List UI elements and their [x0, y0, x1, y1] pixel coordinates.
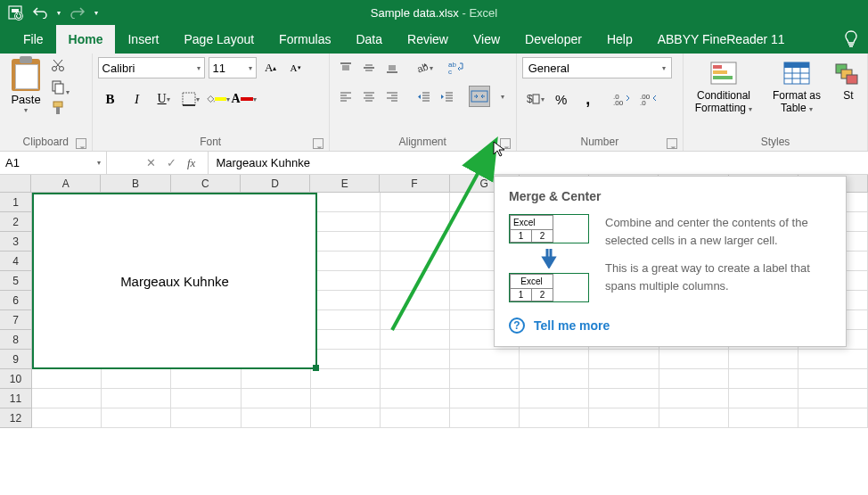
tell-me-icon[interactable] — [843, 25, 859, 54]
merge-center-button[interactable] — [469, 86, 490, 107]
row-header[interactable]: 1 — [0, 193, 32, 212]
align-center-icon[interactable] — [358, 86, 380, 107]
number-label: Number — [581, 136, 619, 148]
select-all-corner[interactable] — [0, 175, 31, 193]
row-header[interactable]: 10 — [0, 369, 32, 389]
col-header[interactable]: D — [241, 175, 310, 193]
row-header[interactable]: 8 — [0, 330, 32, 350]
row-header[interactable]: 7 — [0, 310, 32, 330]
align-left-icon[interactable] — [335, 86, 356, 107]
tab-data[interactable]: Data — [343, 25, 395, 54]
fill-handle[interactable] — [313, 365, 319, 371]
ribbon-tabs: File Home Insert Page Layout Formulas Da… — [0, 25, 868, 54]
cancel-icon[interactable]: ✕ — [146, 156, 156, 169]
paste-button[interactable]: Paste ▾ — [5, 57, 46, 125]
cell-reference-input[interactable] — [5, 156, 77, 169]
align-bottom-icon[interactable] — [381, 57, 403, 78]
redo-icon[interactable] — [70, 4, 86, 21]
svg-text:ab: ab — [415, 61, 430, 74]
undo-dropdown-icon[interactable]: ▾ — [57, 9, 61, 17]
row-header[interactable]: 3 — [0, 232, 32, 252]
undo-icon[interactable] — [32, 4, 48, 21]
format-painter-icon[interactable] — [50, 100, 70, 120]
tab-help[interactable]: Help — [594, 25, 645, 54]
formula-input[interactable]: Margeaux Kuhnke — [209, 152, 868, 174]
row-header[interactable]: 6 — [0, 291, 32, 310]
increase-decimal-icon[interactable]: .0.00 — [610, 87, 635, 111]
tab-view[interactable]: View — [461, 25, 512, 54]
italic-button[interactable]: I — [125, 87, 150, 111]
copy-icon[interactable]: ▾ — [50, 78, 70, 98]
tab-review[interactable]: Review — [395, 25, 461, 54]
name-box[interactable]: ▾ — [0, 152, 107, 174]
number-format-select[interactable]: General▾ — [522, 57, 672, 78]
quick-access-toolbar: ▾ ▾ — [0, 4, 98, 21]
align-right-icon[interactable] — [381, 86, 403, 107]
merge-dropdown-icon[interactable]: ▾ — [492, 86, 513, 107]
tab-home[interactable]: Home — [56, 25, 116, 54]
align-top-icon[interactable] — [335, 57, 356, 78]
wrap-text-button[interactable]: abc — [446, 57, 467, 78]
fill-color-button[interactable]: ▾ — [205, 87, 230, 111]
borders-button[interactable]: ▾ — [178, 87, 203, 111]
clipboard-dialog-launcher[interactable] — [76, 138, 86, 149]
tab-abbyy[interactable]: ABBYY FineReader 11 — [645, 25, 798, 54]
svg-rect-8 — [183, 93, 195, 105]
alignment-dialog-launcher[interactable] — [500, 138, 511, 149]
font-color-button[interactable]: A▾ — [232, 87, 257, 111]
tell-me-more-link[interactable]: ? Tell me more — [509, 318, 831, 334]
cell-styles-button[interactable]: St — [835, 57, 862, 125]
fx-icon[interactable]: fx — [187, 156, 195, 170]
svg-text:$: $ — [527, 93, 533, 105]
conditional-formatting-button[interactable]: ConditionalFormatting ▾ — [689, 57, 758, 125]
app-name: Excel — [469, 6, 497, 20]
col-header[interactable]: F — [380, 175, 449, 193]
tab-insert[interactable]: Insert — [115, 25, 171, 54]
col-header[interactable]: B — [101, 175, 170, 193]
formula-buttons: ✕ ✓ fx — [134, 152, 209, 174]
enter-icon[interactable]: ✓ — [167, 156, 176, 169]
tab-file[interactable]: File — [11, 25, 56, 54]
accounting-format-button[interactable]: $▾ — [522, 87, 547, 111]
row-header[interactable]: 5 — [0, 271, 32, 291]
comma-button[interactable]: , — [576, 87, 601, 111]
decrease-font-icon[interactable]: A▾ — [285, 57, 307, 78]
merged-cell-a1-d9[interactable]: Margeaux Kuhnke — [32, 193, 317, 369]
decrease-indent-icon[interactable] — [414, 86, 435, 107]
qat-customize-icon[interactable]: ▾ — [94, 9, 98, 17]
percent-button[interactable]: % — [549, 87, 574, 111]
increase-indent-icon[interactable] — [437, 86, 458, 107]
ribbon: Paste ▾ ▾ Clipboard Calibri▾ 11▾ A▴ A▾ B… — [0, 54, 868, 152]
svg-text:c: c — [448, 68, 452, 76]
row-header[interactable]: 12 — [0, 408, 32, 428]
tab-formulas[interactable]: Formulas — [266, 25, 343, 54]
col-header[interactable]: E — [310, 175, 380, 193]
font-dialog-launcher[interactable] — [313, 138, 323, 149]
svg-rect-52 — [713, 65, 722, 69]
tab-page-layout[interactable]: Page Layout — [171, 25, 266, 54]
svg-rect-56 — [784, 62, 809, 68]
cut-icon[interactable] — [50, 57, 70, 77]
underline-button[interactable]: U▾ — [151, 87, 176, 111]
orientation-button[interactable]: ab▾ — [414, 57, 435, 78]
row-header[interactable]: 2 — [0, 212, 32, 232]
col-header[interactable]: C — [171, 175, 241, 193]
bold-button[interactable]: B — [98, 87, 123, 111]
col-header[interactable]: A — [31, 175, 101, 193]
row-header[interactable]: 9 — [0, 350, 32, 369]
increase-font-icon[interactable]: A▴ — [260, 57, 282, 78]
merged-cell-value: Margeaux Kuhnke — [120, 274, 229, 289]
align-middle-icon[interactable] — [358, 57, 380, 78]
font-name-select[interactable]: Calibri▾ — [98, 57, 205, 78]
row-header[interactable]: 4 — [0, 252, 32, 271]
conditional-formatting-icon — [709, 59, 738, 87]
number-dialog-launcher[interactable] — [667, 138, 677, 149]
format-as-table-button[interactable]: Format asTable ▾ — [762, 57, 831, 125]
svg-point-1 — [15, 12, 23, 21]
autosave-icon[interactable] — [7, 4, 23, 21]
row-header[interactable]: 11 — [0, 389, 32, 408]
font-size-select[interactable]: 11▾ — [209, 57, 257, 78]
clipboard-label: Clipboard — [23, 136, 69, 148]
tab-developer[interactable]: Developer — [512, 25, 594, 54]
decrease-decimal-icon[interactable]: .00.0 — [636, 87, 661, 111]
